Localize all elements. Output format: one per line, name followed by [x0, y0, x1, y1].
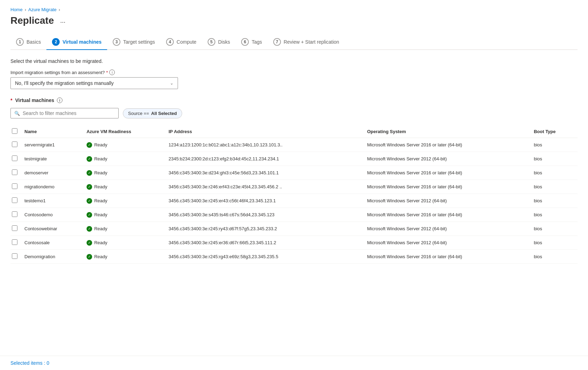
- ready-label: Ready: [94, 240, 107, 245]
- tab-review[interactable]: 7 Review + Start replication: [268, 35, 345, 50]
- tab-number-tags: 6: [241, 38, 249, 46]
- row-os-2: Microsoft Windows Server 2016 or later (…: [367, 166, 534, 180]
- tab-virtual-machines[interactable]: 2 Virtual machines: [46, 35, 107, 50]
- row-ip-1: 2345:b234:2300:2d:c123:efg2:b34d:45c2,11…: [169, 152, 367, 166]
- ready-check-icon: ✓: [87, 240, 92, 246]
- row-checkbox-6[interactable]: [12, 225, 17, 231]
- row-boot-6: bios: [534, 222, 578, 236]
- row-checkbox-cell[interactable]: [10, 194, 24, 208]
- row-ip-0: 1234:a123:1200:1c:b012:abc1:a12c:34b1,10…: [169, 138, 367, 152]
- source-filter-button[interactable]: Source == All Selected: [123, 108, 182, 118]
- row-checkbox-cell[interactable]: [10, 152, 24, 166]
- tab-number-vms: 2: [52, 38, 60, 46]
- ellipsis-button[interactable]: ...: [58, 16, 68, 26]
- tab-label-compute: Compute: [177, 39, 196, 45]
- row-os-8: Microsoft Windows Server 2016 or later (…: [367, 250, 534, 264]
- tab-basics[interactable]: 1 Basics: [10, 35, 46, 50]
- row-os-0: Microsoft Windows Server 2016 or later (…: [367, 138, 534, 152]
- row-readiness-5: ✓ Ready: [87, 208, 169, 222]
- tab-label-target: Target settings: [123, 39, 155, 45]
- import-label-text: Import migration settings from an assess…: [10, 70, 105, 75]
- ready-label: Ready: [94, 142, 107, 147]
- row-checkbox-cell[interactable]: [10, 208, 24, 222]
- row-checkbox-cell[interactable]: [10, 222, 24, 236]
- ready-label: Ready: [94, 184, 107, 189]
- row-checkbox-5[interactable]: [12, 211, 17, 217]
- ready-check-icon: ✓: [87, 212, 92, 218]
- ready-check-icon: ✓: [87, 170, 92, 176]
- row-ip-2: 3456:c345:3400:3e:d234:ghi3:c45e:56d3,23…: [169, 166, 367, 180]
- tab-label-basics: Basics: [27, 39, 41, 45]
- required-star-import: *: [106, 70, 108, 75]
- breadcrumb-azure-migrate[interactable]: Azure Migrate: [28, 7, 57, 12]
- row-checkbox-cell[interactable]: [10, 166, 24, 180]
- row-boot-3: bios: [534, 180, 578, 194]
- row-boot-4: bios: [534, 194, 578, 208]
- vm-section-label: * Virtual machines i: [10, 97, 578, 103]
- vm-table: Name Azure VM Readiness IP Address Opera…: [10, 125, 578, 264]
- ready-check-icon: ✓: [87, 254, 92, 260]
- row-checkbox-cell[interactable]: [10, 250, 24, 264]
- row-boot-2: bios: [534, 166, 578, 180]
- row-ip-4: 3456.c345:3400:3e:r245:er43:c56t:46f4,23…: [169, 194, 367, 208]
- breadcrumb-home[interactable]: Home: [10, 7, 23, 12]
- ready-label: Ready: [94, 254, 107, 259]
- filter-row: 🔍 Source == All Selected: [10, 108, 578, 118]
- row-checkbox-cell[interactable]: [10, 138, 24, 152]
- tab-disks[interactable]: 5 Disks: [202, 35, 236, 50]
- row-checkbox-0[interactable]: [12, 142, 17, 147]
- import-dropdown[interactable]: No, I'll specify the migration settings …: [10, 77, 178, 89]
- tab-target-settings[interactable]: 3 Target settings: [107, 35, 161, 50]
- ready-label: Ready: [94, 212, 107, 217]
- tab-label-tags: Tags: [252, 39, 262, 45]
- row-ip-3: 3456:c345:3400:3e:r246:erf43:c23e:45t4,2…: [169, 180, 367, 194]
- row-name-3: migrationdemo: [24, 180, 87, 194]
- col-header-name: Name: [24, 125, 87, 138]
- tab-number-review: 7: [273, 38, 281, 46]
- breadcrumb: Home › Azure Migrate ›: [10, 7, 578, 12]
- breadcrumb-sep1: ›: [25, 7, 26, 12]
- row-name-6: Contosowebinar: [24, 222, 87, 236]
- table-row: testmigrate ✓ Ready 2345:b234:2300:2d:c1…: [10, 152, 578, 166]
- page-title: Replicate: [10, 15, 54, 26]
- row-readiness-8: ✓ Ready: [87, 250, 169, 264]
- tab-label-review: Review + Start replication: [284, 39, 339, 45]
- row-ip-7: 3456.c345:3400:3e:r245:er36:d67r:66t5,23…: [169, 236, 367, 250]
- tab-label-vms: Virtual machines: [62, 39, 102, 45]
- row-name-5: Contosodemo: [24, 208, 87, 222]
- tab-compute[interactable]: 4 Compute: [161, 35, 202, 50]
- vm-info-icon: i: [57, 97, 62, 103]
- col-header-ip: IP Address: [169, 125, 367, 138]
- row-checkbox-8[interactable]: [12, 253, 17, 259]
- ready-check-icon: ✓: [87, 184, 92, 190]
- row-os-1: Microsoft Windows Server 2012 (64-bit): [367, 152, 534, 166]
- source-filter-prefix: Source ==: [128, 111, 149, 116]
- import-dropdown-value: No, I'll specify the migration settings …: [15, 80, 114, 86]
- row-os-6: Microsoft Windows Server 2012 (64-bit): [367, 222, 534, 236]
- tab-number-disks: 5: [208, 38, 215, 46]
- ready-check-icon: ✓: [87, 156, 92, 162]
- ready-label: Ready: [94, 156, 107, 161]
- row-checkbox-cell[interactable]: [10, 236, 24, 250]
- row-boot-7: bios: [534, 236, 578, 250]
- row-readiness-2: ✓ Ready: [87, 166, 169, 180]
- row-checkbox-2[interactable]: [12, 169, 17, 175]
- row-name-2: demoserver: [24, 166, 87, 180]
- tab-tags[interactable]: 6 Tags: [236, 35, 268, 50]
- row-name-1: testmigrate: [24, 152, 87, 166]
- row-checkbox-4[interactable]: [12, 197, 17, 203]
- table-row: testdemo1 ✓ Ready 3456.c345:3400:3e:r245…: [10, 194, 578, 208]
- row-checkbox-3[interactable]: [12, 183, 17, 189]
- select-all-checkbox[interactable]: [12, 128, 17, 134]
- table-row: Contososale ✓ Ready 3456.c345:3400:3e:r2…: [10, 236, 578, 250]
- row-checkbox-cell[interactable]: [10, 180, 24, 194]
- search-box[interactable]: 🔍: [10, 108, 119, 118]
- row-checkbox-1[interactable]: [12, 155, 17, 161]
- ready-label: Ready: [94, 170, 107, 175]
- import-info-icon: i: [109, 70, 115, 75]
- import-label-row: Import migration settings from an assess…: [10, 70, 578, 75]
- search-input[interactable]: [23, 110, 115, 116]
- row-checkbox-7[interactable]: [12, 239, 17, 245]
- table-row: Contosowebinar ✓ Ready 3456.c345:3400:3e…: [10, 222, 578, 236]
- row-boot-0: bios: [534, 138, 578, 152]
